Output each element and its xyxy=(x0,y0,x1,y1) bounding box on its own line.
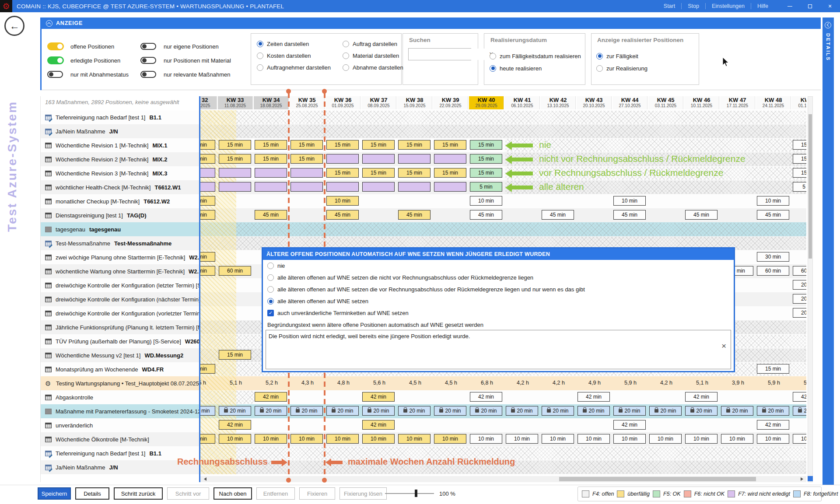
search-input[interactable] xyxy=(409,49,489,60)
week-header[interactable]: KW 3204.08.2025 xyxy=(200,96,217,109)
position-cell-overdue[interactable]: 42 min xyxy=(362,420,395,430)
position-cell-overdue[interactable]: 60 min xyxy=(200,266,215,276)
wne-option-radio[interactable] xyxy=(267,286,274,293)
sidebar-row[interactable]: TÜV Prüfung (außerhalb der Planung) [S-S… xyxy=(41,334,199,348)
maximize-button[interactable] xyxy=(800,0,820,12)
position-cell-open[interactable]: 42 min xyxy=(793,392,806,402)
position-cell-overdue[interactable]: 45 min xyxy=(398,210,430,220)
position-cell-wne[interactable] xyxy=(200,182,215,192)
vertical-scrollbar[interactable] xyxy=(808,96,813,482)
position-cell-overdue[interactable]: 10 min xyxy=(200,196,215,206)
clear-reason-icon[interactable]: × xyxy=(721,341,726,351)
position-cell-overdue[interactable]: 15 min xyxy=(326,168,359,178)
position-cell-locked[interactable]: 20 min xyxy=(506,406,538,416)
week-header[interactable]: KW 3815.09.2025 xyxy=(397,96,432,109)
position-cell-overdue[interactable]: 42 min xyxy=(362,392,395,402)
week-header[interactable]: KW 4106.10.2025 xyxy=(505,96,540,109)
position-cell-overdue[interactable]: 45 min xyxy=(255,210,287,220)
toggle-off[interactable] xyxy=(140,43,156,50)
sidebar-row[interactable]: ⚙Testing Wartungsplanung • Test_Hauptobj… xyxy=(41,376,199,390)
sidebar-row[interactable]: Wöchentliche Revision 3 [M-Technik]MIX.3 xyxy=(41,166,199,180)
position-cell-open[interactable]: 15 min xyxy=(793,168,806,178)
position-cell-locked[interactable]: 20 min xyxy=(470,406,502,416)
position-cell-overdue[interactable]: 10 min xyxy=(290,434,323,444)
position-cell-open[interactable]: 10 min xyxy=(613,196,646,206)
week-header[interactable]: KW 4427.10.2025 xyxy=(612,96,648,109)
sidebar-row[interactable]: Wöchentliche Messung v2 [test 1]WD.Messu… xyxy=(41,348,199,362)
sidebar-row[interactable]: Tiefenreinigung nach Bedarf [test 1]B1.1 xyxy=(41,110,199,124)
speichern-button[interactable]: Speichern xyxy=(38,487,71,500)
vertical-scrollbar-thumb[interactable] xyxy=(808,114,812,259)
sidebar-row[interactable]: Ja/Nein MaßnahmeJ/N xyxy=(41,124,199,138)
position-cell-open[interactable]: 10 min xyxy=(578,434,610,444)
terminketten-checkbox[interactable]: ✓ xyxy=(267,310,274,316)
back-button[interactable]: ← xyxy=(4,16,24,36)
menu-item-stop[interactable]: Stop xyxy=(682,0,705,12)
position-cell-wne[interactable] xyxy=(434,154,466,164)
position-cell-wne[interactable] xyxy=(362,182,395,192)
toggle-on[interactable] xyxy=(47,42,64,50)
sidebar-row[interactable]: tagesgenautagesgenau xyxy=(41,222,199,236)
position-cell-wne[interactable] xyxy=(255,168,287,178)
rueckmeldegrenze-handle-top[interactable] xyxy=(322,89,327,94)
toggle-off[interactable] xyxy=(140,57,156,64)
week-header[interactable]: KW 4320.10.2025 xyxy=(577,96,612,109)
horizontal-scrollbar-thumb[interactable] xyxy=(559,477,756,481)
position-cell-wne[interactable] xyxy=(434,182,466,192)
reason-textarea[interactable]: Die Position wird nicht erledigt, weil b… xyxy=(266,330,731,369)
position-cell-open[interactable]: 10 min xyxy=(542,434,574,444)
position-cell-open[interactable]: 42 min xyxy=(613,420,646,430)
position-cell-overdue[interactable]: 15 min xyxy=(219,350,251,360)
sidebar-row[interactable]: zwei wöchige Planung ohne Starttermin [E… xyxy=(41,250,199,264)
sidebar-row[interactable]: dreiwöchige Kontrolle der Konfiguration … xyxy=(41,278,199,292)
position-cell-open[interactable]: 10 min xyxy=(685,434,718,444)
position-cell-ok[interactable]: 5 min xyxy=(470,182,502,192)
position-cell-open[interactable]: 10 min xyxy=(506,434,538,444)
position-cell-open[interactable]: 15 min xyxy=(793,154,806,164)
position-cell-open[interactable]: 10 min xyxy=(721,434,753,444)
display-option-radio[interactable] xyxy=(257,52,263,59)
position-cell-open[interactable]: 42 min xyxy=(685,392,718,402)
sidebar-row[interactable]: monatlicher Checkup [M-Technik]T6612.W2 xyxy=(41,194,199,208)
position-cell-overdue[interactable]: 10 min xyxy=(398,434,430,444)
position-cell-overdue[interactable]: 15 min xyxy=(255,140,287,150)
sidebar-row[interactable]: Test-MessmaßnahmeTest-Messmaßnahme xyxy=(41,236,199,250)
expand-chevron-left-icon[interactable] xyxy=(825,22,831,28)
position-cell-ok[interactable]: 15 min xyxy=(470,140,502,150)
position-cell-open[interactable]: 45 min xyxy=(613,210,646,220)
position-cell-open[interactable]: 10 min xyxy=(470,434,502,444)
menu-item-start[interactable]: Start xyxy=(658,0,681,12)
position-cell-locked[interactable]: 20 min xyxy=(398,406,430,416)
sidebar-row[interactable]: Dienstagsreinigung [test 1]TAG(D) xyxy=(41,208,199,222)
position-cell-overdue[interactable]: 15 min xyxy=(219,154,251,164)
sidebar-row[interactable]: Wöchentliche Revision 1 [M-Technik]MIX.1 xyxy=(41,138,199,152)
week-header[interactable]: KW 4029.09.2025 xyxy=(469,96,504,109)
details-button[interactable]: Details xyxy=(75,487,109,500)
position-cell-overdue[interactable]: 15 min xyxy=(434,168,466,178)
scroll-left-icon[interactable] xyxy=(202,477,206,481)
position-cell-overdue[interactable]: 10 min xyxy=(326,196,359,206)
wne-option-radio[interactable] xyxy=(267,262,274,269)
position-cell-wne[interactable] xyxy=(219,168,251,178)
zoom-slider-track[interactable] xyxy=(385,493,434,494)
position-cell-wne[interactable] xyxy=(362,154,395,164)
week-header[interactable]: KW 4503.11.2025 xyxy=(648,96,683,109)
week-header[interactable]: KW 4717.11.2025 xyxy=(720,96,755,109)
week-header[interactable]: KW 3418.08.2025 xyxy=(254,96,289,109)
sidebar-row[interactable]: Tiefenreinigung nach Bedarf [test 1]B1.1 xyxy=(41,446,199,460)
position-cell-overdue[interactable]: 15 min xyxy=(434,140,466,150)
position-cell-open[interactable]: 42 min xyxy=(757,420,789,430)
rechnungsabschluss-handle-bottom[interactable] xyxy=(286,478,291,483)
position-cell-overdue[interactable]: 10 min xyxy=(434,434,466,444)
position-cell-overdue[interactable]: 15 min xyxy=(290,154,323,164)
position-cell-overdue[interactable]: 30 min xyxy=(200,252,215,262)
position-cell-open[interactable]: 20 min xyxy=(793,294,806,304)
anzeige-real-radio[interactable] xyxy=(596,53,603,60)
position-cell-overdue[interactable]: 15 min xyxy=(200,364,215,374)
position-cell-locked[interactable]: 20 min xyxy=(793,406,806,416)
position-cell-open[interactable]: 45 min xyxy=(470,210,502,220)
position-cell-wne[interactable] xyxy=(200,168,215,178)
week-header[interactable]: KW 3922.09.2025 xyxy=(433,96,468,109)
position-cell-open[interactable]: 10 min xyxy=(757,434,789,444)
position-cell-overdue[interactable]: 45 min xyxy=(200,210,215,220)
